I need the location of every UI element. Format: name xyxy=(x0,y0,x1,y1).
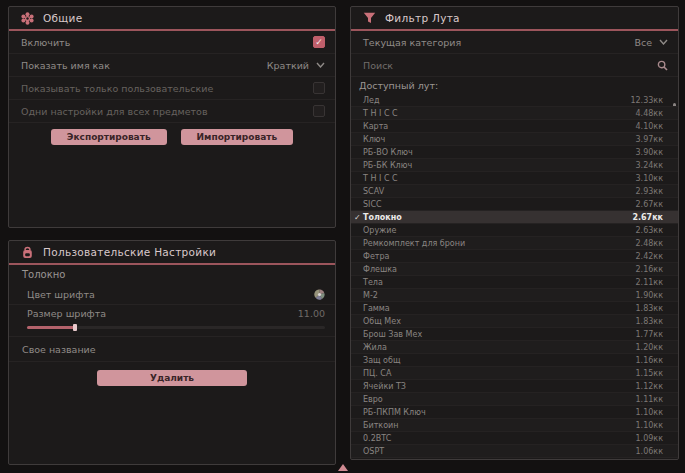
funnel-icon xyxy=(363,12,376,24)
loot-row[interactable]: ✓ Ячейки ТЗ 1.12кк xyxy=(351,380,678,393)
loot-item-name: Жила xyxy=(363,343,387,352)
category-dropdown[interactable]: Все xyxy=(634,37,668,48)
loot-filter-title: Фильтр Лута xyxy=(385,12,460,24)
check-icon: ✓ xyxy=(354,211,361,223)
loot-item-value: 2.48кк xyxy=(636,239,663,248)
loot-row[interactable]: ✓ T H I C C 3.10кк xyxy=(351,172,678,185)
chevron-down-icon xyxy=(659,39,668,45)
loot-row[interactable]: ✓ М-2 1.90кк xyxy=(351,289,678,302)
search-input[interactable] xyxy=(363,60,657,71)
export-button[interactable]: Экспортировать xyxy=(51,129,167,145)
loot-item-value: 1.20кк xyxy=(636,343,663,352)
loot-item-value: 1.09кк xyxy=(636,434,663,443)
loot-row[interactable]: ✓ Ключ 3.97кк xyxy=(351,133,678,146)
category-label: Текущая категория xyxy=(363,37,461,48)
loot-row[interactable]: ✓ Карта 4.10кк xyxy=(351,120,678,133)
loot-item-value: 1.11кк xyxy=(636,395,663,404)
expand-handle-icon[interactable] xyxy=(338,464,348,471)
search-icon[interactable] xyxy=(657,60,668,71)
slider-track[interactable] xyxy=(27,326,325,329)
loot-row[interactable]: ✓ РБ-ВО Ключ 3.90кк xyxy=(351,146,678,159)
loot-item-name: T H I C C xyxy=(363,109,398,118)
setting-row-same-settings: Одни настройки для всех предметов xyxy=(9,100,335,123)
enable-label: Включить xyxy=(21,37,70,48)
delete-row: Удалить xyxy=(9,362,335,386)
loot-row[interactable]: ✓ SCAV 2.93кк xyxy=(351,185,678,198)
loot-item-name: РБ-ПКПМ Ключ xyxy=(363,408,426,417)
color-wheel-icon[interactable] xyxy=(314,289,325,300)
loot-item-value: 2.42кк xyxy=(636,252,663,261)
loot-item-name: Гамма xyxy=(363,304,390,313)
loot-item-value: 2.67кк xyxy=(632,213,663,222)
same-settings-checkbox[interactable] xyxy=(313,105,325,117)
name-display-dropdown[interactable]: Краткий xyxy=(267,60,325,71)
custom-settings-panel: Пользовательские Настройки Толокно Цвет … xyxy=(8,240,336,465)
loot-row[interactable]: ✓ Евро 1.11кк xyxy=(351,393,678,406)
loot-item-name: 0.2BTC xyxy=(363,434,391,443)
loot-item-name: ПЦ. СА xyxy=(363,369,391,378)
font-size-slider[interactable] xyxy=(9,322,335,337)
loot-row[interactable]: ✓ Ремкомплект для брони 2.48кк xyxy=(351,237,678,250)
loot-row[interactable]: ✓ ПЦ. СА 1.15кк xyxy=(351,367,678,380)
loot-row[interactable]: ✓ РБ-БК Ключ 3.24кк xyxy=(351,159,678,172)
loot-item-name: Биткоин xyxy=(363,421,399,430)
delete-button[interactable]: Удалить xyxy=(97,370,247,386)
loot-row[interactable]: ✓ Флешка 2.16кк xyxy=(351,263,678,276)
custom-settings-header: Пользовательские Настройки xyxy=(9,241,335,263)
loot-row[interactable]: ✓ SICC 2.67кк xyxy=(351,198,678,211)
loot-item-value: 2.67кк xyxy=(636,200,663,209)
loot-item-value: 2.63кк xyxy=(636,226,663,235)
enable-checkbox[interactable] xyxy=(313,36,325,48)
loot-row[interactable]: ✓ Тела 2.11кк xyxy=(351,276,678,289)
loot-row[interactable]: ✓ Оружие 2.63кк xyxy=(351,224,678,237)
loot-item-name: Толокно xyxy=(363,213,402,222)
custom-name-label: Свое название xyxy=(22,344,96,355)
loot-item-name: Брош Зав Мех xyxy=(363,330,422,339)
name-display-label: Показать имя как xyxy=(21,60,110,71)
loot-row[interactable]: ✓ T H I C C 4.48кк xyxy=(351,107,678,120)
loot-item-name: М-2 xyxy=(363,291,378,300)
general-panel-title: Общие xyxy=(43,12,82,24)
loot-item-value: 3.24кк xyxy=(636,161,663,170)
loot-row[interactable]: ✓ Общ Мех 1.83кк xyxy=(351,315,678,328)
loot-row[interactable]: ✓ ОSPT 1.06кк xyxy=(351,445,678,458)
loot-row[interactable]: ✓ РБ-ПКПМ Ключ 1.10кк xyxy=(351,406,678,419)
loot-row[interactable]: ✓ Фетра 2.42кк xyxy=(351,250,678,263)
loot-item-name: Защ общ xyxy=(363,356,400,365)
loot-item-name: ОSPT xyxy=(363,447,384,456)
loot-item-name: Оружие xyxy=(363,226,396,235)
loot-item-value: 1.12кк xyxy=(636,382,663,391)
setting-row-only-custom: Показывать только пользовательские xyxy=(9,77,335,100)
loot-item-value: 1.16кк xyxy=(636,356,663,365)
same-settings-label: Одни настройки для всех предметов xyxy=(21,106,207,117)
loot-item-name: SICC xyxy=(363,200,382,209)
slider-handle[interactable] xyxy=(73,324,77,331)
backpack-icon xyxy=(21,246,34,259)
import-button[interactable]: Импортировать xyxy=(181,129,294,145)
loot-item-name: Тела xyxy=(363,278,383,287)
loot-row[interactable]: ✓ 0.2BTC 1.09кк xyxy=(351,432,678,445)
category-value: Все xyxy=(634,37,652,48)
loot-item-name: Флешка xyxy=(363,265,397,274)
loot-row[interactable]: ✓ Жила 1.20кк xyxy=(351,341,678,354)
loot-item-value: 1.90кк xyxy=(636,291,663,300)
loot-row[interactable]: ✓ Толокно 2.67кк xyxy=(351,211,678,224)
loot-item-name: T H I C C xyxy=(363,174,398,183)
only-custom-checkbox[interactable] xyxy=(313,82,325,94)
loot-row[interactable]: ✓ Лед 12.33кк xyxy=(351,94,678,107)
loot-row[interactable]: ✓ Биткоин 1.10кк xyxy=(351,419,678,432)
loot-row[interactable]: ✓ Брош Зав Мех 1.77кк xyxy=(351,328,678,341)
loot-item-name: Ключ xyxy=(363,135,385,144)
font-color-row: Цвет шрифта xyxy=(9,284,335,305)
loot-item-name: SCAV xyxy=(363,187,384,196)
mod-settings-window: Общие Включить Показать имя как Краткий … xyxy=(0,0,685,473)
loot-row[interactable]: ✓ Защ общ 1.16кк xyxy=(351,354,678,367)
custom-name-input[interactable] xyxy=(106,343,325,356)
loot-row[interactable]: ✓ Гамма 1.83кк xyxy=(351,302,678,315)
general-panel: Общие Включить Показать имя как Краткий … xyxy=(8,6,336,228)
chevron-down-icon xyxy=(316,62,325,68)
loot-list: ✓ Лед 12.33кк ✓ T H I C C 4.48кк ✓ Карта… xyxy=(351,94,678,458)
search-row xyxy=(351,54,678,77)
font-size-row: Размер шрифта 11.00 xyxy=(9,305,335,322)
category-row: Текущая категория Все xyxy=(351,31,678,54)
